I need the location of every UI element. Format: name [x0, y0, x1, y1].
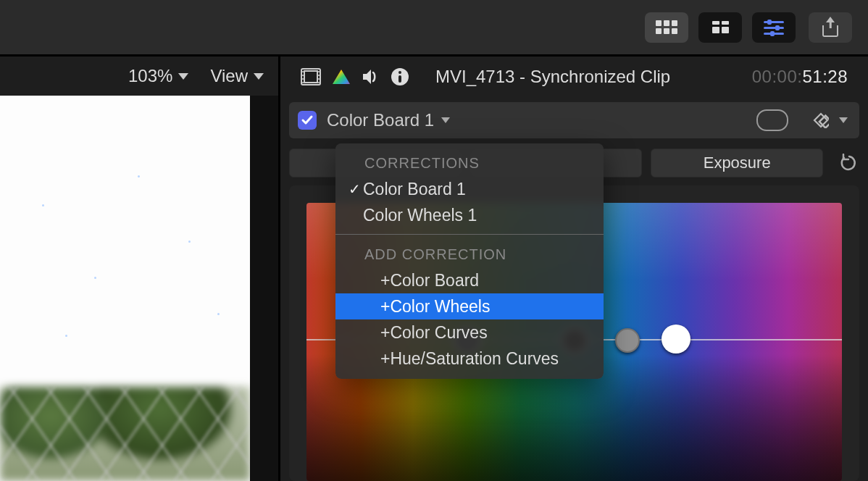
- view-menu-label: View: [210, 66, 248, 86]
- svg-point-13: [398, 71, 401, 74]
- svg-point-10: [318, 82, 320, 83]
- checkmark-icon: ✓: [346, 180, 363, 198]
- menu-item-label: Color Wheels 1: [363, 206, 477, 225]
- reset-button[interactable]: [839, 153, 859, 173]
- speck: [188, 240, 191, 243]
- svg-point-7: [318, 71, 320, 72]
- mask-icon[interactable]: [756, 109, 788, 131]
- menu-item[interactable]: ✓Color Board 1: [335, 176, 604, 202]
- svg-point-6: [302, 82, 304, 83]
- preview-fence: [0, 387, 250, 481]
- menu-item-label: +Color Wheels: [380, 297, 490, 317]
- svg-marker-11: [333, 70, 350, 84]
- tab-exposure[interactable]: Exposure: [651, 149, 823, 177]
- chevron-down-icon: [254, 73, 264, 80]
- filmstrip-button[interactable]: [698, 12, 742, 43]
- share-icon: [822, 18, 838, 37]
- grid-icon: [656, 20, 677, 34]
- chevron-down-icon: [178, 73, 188, 80]
- menu-item[interactable]: +Color Wheels: [335, 293, 604, 319]
- viewer-panel: 103% View: [0, 57, 278, 481]
- inspector-panel: MVI_4713 - Synchronized Clip 00:00:51:28…: [280, 57, 868, 481]
- zoom-menu[interactable]: 103%: [128, 66, 188, 86]
- view-mode-group: [645, 12, 796, 43]
- menu-item[interactable]: +Color Board: [335, 267, 604, 293]
- svg-point-3: [302, 71, 304, 72]
- speck: [138, 175, 140, 177]
- svg-point-8: [318, 75, 320, 76]
- menu-item-label: +Color Board: [380, 271, 479, 290]
- puck-midtones[interactable]: [615, 328, 640, 353]
- menu-section-corrections: CORRECTIONS: [335, 149, 604, 176]
- tab-exposure-label: Exposure: [704, 154, 771, 172]
- menu-item-label: +Color Curves: [380, 323, 488, 343]
- inspector-tab-icons: [301, 67, 409, 86]
- zoom-value: 103%: [128, 66, 172, 86]
- viewer-gutter: [250, 96, 278, 481]
- speck: [94, 277, 96, 279]
- menu-item[interactable]: +Hue/Saturation Curves: [335, 346, 604, 372]
- menu-item-label: Color Board 1: [363, 180, 466, 199]
- chevron-down-icon: [441, 117, 450, 123]
- video-inspector-icon[interactable]: [301, 68, 321, 85]
- svg-point-9: [318, 78, 320, 80]
- menu-item[interactable]: Color Wheels 1: [335, 202, 604, 228]
- thumbnails-button[interactable]: [645, 12, 688, 43]
- chevron-down-icon[interactable]: [839, 117, 848, 123]
- menu-separator: [335, 234, 604, 235]
- inspector-header: MVI_4713 - Synchronized Clip 00:00:51:28: [280, 57, 868, 96]
- menu-item-label: +Hue/Saturation Curves: [380, 349, 559, 369]
- audio-inspector-icon[interactable]: [362, 68, 380, 85]
- clip-name: MVI_4713 - Synchronized Clip: [435, 67, 670, 87]
- timecode-prefix: 00:00:: [752, 67, 803, 86]
- correction-dropdown-menu: CORRECTIONS✓Color Board 1Color Wheels 1A…: [335, 143, 604, 379]
- puck-highlights[interactable]: [662, 325, 690, 354]
- timecode: 00:00:51:28: [752, 67, 848, 87]
- keyframe-button[interactable]: [813, 112, 829, 128]
- correction-selector[interactable]: Color Board 1: [327, 110, 450, 130]
- info-inspector-icon[interactable]: [391, 67, 409, 86]
- viewer-canvas[interactable]: [0, 96, 250, 481]
- color-inspector-icon[interactable]: [331, 68, 351, 85]
- viewer-header: 103% View: [0, 57, 278, 96]
- share-button[interactable]: [809, 12, 852, 43]
- sliders-icon: [764, 20, 784, 35]
- menu-section-add: ADD CORRECTION: [335, 240, 604, 267]
- timecode-value: 51:28: [802, 67, 848, 86]
- correction-bar: Color Board 1: [289, 102, 859, 138]
- svg-point-5: [302, 78, 304, 80]
- enable-correction-checkbox[interactable]: [298, 111, 317, 130]
- filmstrip-icon: [712, 21, 729, 33]
- svg-point-4: [302, 75, 304, 76]
- svg-rect-1: [304, 71, 317, 83]
- inspector-button[interactable]: [752, 12, 796, 43]
- speck: [217, 313, 220, 315]
- speck: [42, 204, 44, 206]
- view-menu[interactable]: View: [210, 66, 264, 86]
- menu-item[interactable]: +Color Curves: [335, 319, 604, 346]
- top-toolbar: [0, 0, 868, 54]
- svg-rect-14: [398, 75, 401, 83]
- correction-selector-label: Color Board 1: [327, 110, 434, 130]
- speck: [65, 335, 67, 337]
